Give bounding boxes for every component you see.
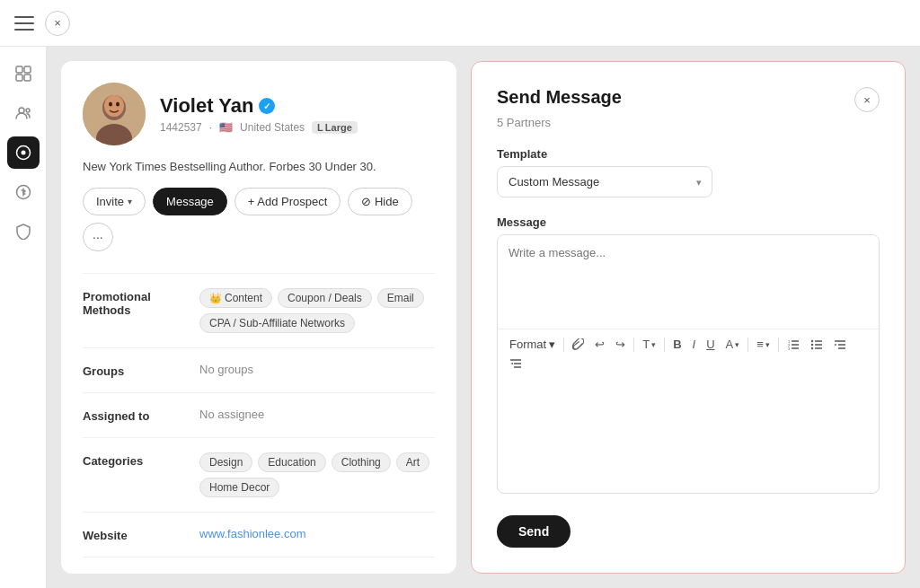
sidebar-item-payments[interactable]	[7, 176, 40, 208]
text-color-label: A	[726, 338, 734, 351]
message-textarea[interactable]	[498, 235, 879, 325]
profile-id: 1442537	[160, 121, 202, 134]
format-label: Format	[509, 338, 546, 351]
menu-icon[interactable]	[14, 16, 34, 31]
action-buttons: Invite ▾ Message + Add Prospect ⊘ Hide ·…	[83, 188, 435, 251]
tag-clothing: Clothing	[332, 452, 391, 472]
panel-close-button[interactable]: ×	[854, 87, 880, 112]
message-button[interactable]: Message	[153, 188, 227, 215]
svg-rect-0	[16, 66, 22, 73]
align-button[interactable]: ≡ ▾	[752, 335, 774, 354]
profile-header: Violet Yan ✓ 1442537 · 🇺🇸 United States …	[83, 83, 435, 145]
message-editor: Format ▾ ↩ ↪ T▾ B I U	[497, 234, 880, 494]
editor-toolbar: Format ▾ ↩ ↪ T▾ B I U	[498, 329, 879, 377]
categories-label: Categories	[83, 452, 199, 497]
sidebar-item-dashboard[interactable]	[7, 57, 40, 90]
svg-point-4	[19, 108, 24, 113]
format-chevron-icon: ▾	[549, 338, 555, 351]
sidebar-item-discover[interactable]	[7, 136, 40, 169]
message-panel: Send Message × 5 Partners Template Custo…	[471, 61, 906, 574]
align-arrow-icon: ▾	[765, 340, 770, 349]
toolbar-separator-3	[664, 338, 665, 352]
sidebar-item-security[interactable]	[7, 215, 40, 248]
add-prospect-button[interactable]: + Add Prospect	[234, 188, 341, 215]
indent-button[interactable]	[829, 337, 851, 353]
assigned-to-section: Assigned to No assignee	[83, 392, 435, 437]
underline-button[interactable]: U	[702, 335, 719, 354]
text-color-button[interactable]: A ▾	[721, 335, 745, 354]
country-text: United States	[240, 121, 305, 134]
size-badge: LLarge	[312, 121, 358, 134]
more-icon: ···	[93, 230, 103, 244]
unordered-list-button[interactable]	[806, 337, 827, 353]
main-layout: Violet Yan ✓ 1442537 · 🇺🇸 United States …	[0, 47, 920, 588]
undo-button[interactable]: ↩	[590, 335, 609, 354]
tag-email: Email	[377, 288, 424, 308]
italic-label: I	[693, 338, 696, 351]
profile-bio: New York Times Bestselling Author. Forbe…	[83, 160, 435, 173]
hide-label: ⊘ Hide	[361, 195, 398, 208]
tag-cpa: CPA / Sub-Affiliate Networks	[199, 313, 355, 333]
invite-chevron-icon: ▾	[128, 197, 132, 206]
topbar: ×	[0, 0, 920, 47]
italic-button[interactable]: I	[688, 335, 701, 354]
svg-rect-16	[83, 83, 146, 145]
svg-point-7	[21, 151, 25, 155]
message-label: Message	[166, 195, 214, 208]
ordered-list-button[interactable]: 1 2 3	[783, 337, 804, 353]
sidebar	[0, 47, 47, 588]
svg-text:3: 3	[788, 346, 791, 350]
website-label: Website	[83, 527, 199, 542]
content-area: Violet Yan ✓ 1442537 · 🇺🇸 United States …	[47, 47, 920, 588]
verified-badge: ✓	[259, 98, 275, 114]
categories-tags: Design Education Clothing Art Home Decor	[199, 452, 435, 497]
svg-rect-1	[24, 66, 31, 73]
country-flag: 🇺🇸	[219, 121, 233, 134]
invite-button[interactable]: Invite ▾	[83, 188, 146, 215]
tag-content: 👑Content	[199, 288, 272, 308]
outdent-button[interactable]	[505, 355, 526, 372]
send-button[interactable]: Send	[497, 515, 571, 548]
toolbar-separator-5	[778, 338, 779, 352]
groups-label: Groups	[83, 363, 199, 378]
tag-design: Design	[199, 452, 252, 472]
address-label: Address	[83, 572, 199, 574]
assigned-to-label: Assigned to	[83, 408, 199, 423]
font-size-button[interactable]: T▾	[638, 335, 660, 354]
hide-button[interactable]: ⊘ Hide	[348, 188, 411, 215]
add-prospect-label: + Add Prospect	[248, 195, 328, 208]
promotional-methods-label: Promotional Methods	[83, 288, 199, 333]
align-icon: ≡	[756, 338, 764, 351]
topbar-close-button[interactable]: ×	[45, 11, 70, 36]
svg-point-24	[811, 343, 813, 345]
categories-section: Categories Design Education Clothing Art…	[83, 437, 435, 512]
website-link[interactable]: www.fashionlee.com	[199, 527, 306, 540]
tag-home-decor: Home Decor	[199, 478, 279, 497]
panel-subtitle: 5 Partners	[497, 116, 880, 129]
format-button[interactable]: Format ▾	[505, 335, 560, 354]
svg-rect-2	[16, 75, 22, 81]
tag-art: Art	[396, 452, 429, 472]
template-select[interactable]: Custom Message Welcome Follow-up Promoti…	[497, 166, 712, 197]
panel-title: Send Message	[497, 87, 622, 108]
profile-card: Violet Yan ✓ 1442537 · 🇺🇸 United States …	[61, 61, 456, 574]
toolbar-separator-4	[748, 338, 748, 352]
attach-button[interactable]	[568, 336, 588, 353]
template-select-wrapper: Custom Message Welcome Follow-up Promoti…	[497, 166, 880, 197]
profile-info: Violet Yan ✓ 1442537 · 🇺🇸 United States …	[160, 94, 435, 134]
svg-rect-3	[24, 75, 31, 81]
profile-meta: 1442537 · 🇺🇸 United States LLarge	[160, 121, 435, 134]
more-button[interactable]: ···	[83, 223, 113, 251]
underline-label: U	[706, 338, 714, 351]
toolbar-separator-2	[633, 338, 634, 352]
profile-name: Violet Yan ✓	[160, 94, 435, 118]
template-label: Template	[497, 147, 880, 161]
website-value[interactable]: www.fashionlee.com	[199, 527, 435, 542]
sidebar-item-contacts[interactable]	[7, 97, 40, 129]
assigned-to-value: No assignee	[199, 408, 435, 423]
groups-value: No groups	[199, 363, 435, 378]
redo-button[interactable]: ↪	[611, 335, 630, 354]
bold-button[interactable]: B	[668, 335, 686, 354]
panel-header: Send Message ×	[497, 87, 880, 112]
bold-label: B	[673, 338, 681, 351]
